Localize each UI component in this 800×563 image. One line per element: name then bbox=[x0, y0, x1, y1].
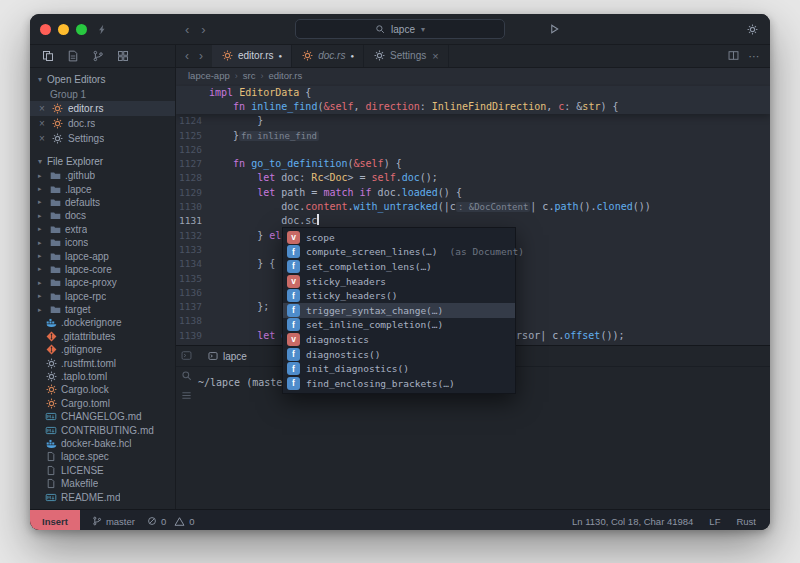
folder-item[interactable]: ▸lapce-rpc bbox=[30, 290, 175, 303]
terminal-icon[interactable] bbox=[181, 350, 192, 361]
completion-item[interactable]: fcompute_screen_lines(…)(as Document) bbox=[283, 245, 515, 260]
language-mode[interactable]: Rust bbox=[736, 516, 756, 527]
list-icon[interactable] bbox=[181, 390, 192, 401]
folder-item[interactable]: ▸defaults bbox=[30, 196, 175, 209]
chevron-right-icon: ▸ bbox=[38, 185, 45, 193]
minimize-window-button[interactable] bbox=[58, 24, 69, 35]
run-icon[interactable] bbox=[548, 23, 560, 35]
file-item[interactable]: .dockerignore bbox=[30, 316, 175, 329]
folder-item[interactable]: ▸lapce-core bbox=[30, 263, 175, 276]
code-line[interactable]: 1130 doc.content.with_untracked(|c: &Doc… bbox=[176, 200, 770, 214]
folder-item[interactable]: ▸lapce-app bbox=[30, 249, 175, 262]
code-line[interactable]: 1129 let path = match if doc.loaded() { bbox=[176, 186, 770, 200]
open-editors-header[interactable]: ▾ Open Editors bbox=[30, 71, 175, 87]
editor-mode-badge[interactable]: Insert bbox=[30, 510, 80, 530]
completion-item[interactable]: fset_completion_lens(…) bbox=[283, 259, 515, 274]
file-item[interactable]: .gitattributes bbox=[30, 330, 175, 343]
tab-back-icon[interactable]: ‹ bbox=[185, 49, 189, 63]
editor-tab[interactable]: doc.rs● bbox=[292, 45, 364, 67]
terminal-tab[interactable]: lapce bbox=[198, 346, 257, 366]
file-item[interactable]: .rustfmt.toml bbox=[30, 356, 175, 369]
file-item[interactable]: README.md bbox=[30, 490, 175, 503]
code-line[interactable]: 1125 }fn inline_find bbox=[176, 129, 770, 143]
problems-indicator[interactable]: 0 0 bbox=[147, 516, 195, 527]
command-palette[interactable]: lapce ▾ bbox=[295, 19, 505, 39]
folder-item[interactable]: ▸target bbox=[30, 303, 175, 316]
breadcrumb-item[interactable]: src bbox=[243, 70, 256, 81]
code-line[interactable]: 1128 let doc: Rc<Doc> = self.doc(); bbox=[176, 171, 770, 185]
git-icon bbox=[45, 331, 57, 342]
close-window-button[interactable] bbox=[40, 24, 51, 35]
completion-item[interactable]: fdiagnostics() bbox=[283, 347, 515, 362]
back-icon[interactable]: ‹ bbox=[185, 22, 189, 37]
line-number: 1128 bbox=[176, 171, 202, 185]
breadcrumb[interactable]: lapce-app › src › editor.rs bbox=[176, 68, 770, 84]
close-icon[interactable]: × bbox=[432, 50, 438, 62]
open-editor-item[interactable]: ×doc.rs bbox=[30, 116, 175, 131]
line-ending[interactable]: LF bbox=[709, 516, 720, 527]
code-line[interactable]: 1126 bbox=[176, 143, 770, 157]
chevron-right-icon: ▸ bbox=[38, 252, 45, 260]
file-item[interactable]: LICENSE bbox=[30, 464, 175, 477]
extensions-icon[interactable] bbox=[117, 50, 129, 62]
folder-item[interactable]: ▸lapce-proxy bbox=[30, 276, 175, 289]
sticky-header-line: impl EditorData { bbox=[176, 86, 770, 100]
folder-item[interactable]: ▸.lapce bbox=[30, 182, 175, 195]
file-item[interactable]: .taplo.toml bbox=[30, 370, 175, 383]
editor-tab[interactable]: editor.rs● bbox=[212, 45, 292, 67]
folder-item[interactable]: ▸.github bbox=[30, 169, 175, 182]
completion-item[interactable]: fsticky_headers() bbox=[283, 288, 515, 303]
folder-name: lapce-app bbox=[65, 251, 109, 262]
file-item[interactable]: CONTRIBUTING.md bbox=[30, 423, 175, 436]
completion-item[interactable]: finit_diagnostics() bbox=[283, 361, 515, 376]
zoom-window-button[interactable] bbox=[76, 24, 87, 35]
terminal-prompt: ~/lapce (master) bbox=[198, 377, 294, 388]
completion-item[interactable]: ftrigger_syntax_change(…) bbox=[283, 303, 515, 318]
file-explorer-header[interactable]: ▾ File Explorer bbox=[30, 153, 175, 169]
breadcrumb-item[interactable]: lapce-app bbox=[188, 70, 230, 81]
file-item[interactable]: .gitignore bbox=[30, 343, 175, 356]
rust-icon bbox=[51, 118, 63, 129]
file-item[interactable]: CHANGELOG.md bbox=[30, 410, 175, 423]
source-control-icon[interactable] bbox=[92, 50, 104, 62]
app-window: ‹ › lapce ▾ bbox=[30, 14, 770, 530]
more-actions-icon[interactable]: ⋯ bbox=[749, 50, 761, 62]
editor-tab[interactable]: Settings× bbox=[364, 45, 449, 67]
close-icon[interactable]: × bbox=[38, 118, 46, 129]
tab-forward-icon[interactable]: › bbox=[199, 49, 203, 63]
completion-item[interactable]: vsticky_headers bbox=[283, 274, 515, 289]
completion-item[interactable]: vdiagnostics bbox=[283, 332, 515, 347]
code-line[interactable]: 1127 fn go_to_definition(&self) { bbox=[176, 157, 770, 171]
completion-item[interactable]: vscope bbox=[283, 230, 515, 245]
open-editor-label: doc.rs bbox=[68, 118, 95, 129]
search-icon[interactable] bbox=[181, 370, 192, 381]
explorer-icon[interactable] bbox=[42, 50, 54, 62]
open-editor-item[interactable]: ×editor.rs bbox=[30, 101, 175, 116]
branch-indicator[interactable]: master bbox=[92, 516, 135, 527]
folder-item[interactable]: ▸docs bbox=[30, 209, 175, 222]
close-icon[interactable]: × bbox=[38, 133, 46, 144]
cursor-position[interactable]: Ln 1130, Col 18, Char 41984 bbox=[572, 516, 693, 527]
file-item[interactable]: docker-bake.hcl bbox=[30, 437, 175, 450]
file-item[interactable]: lapce.spec bbox=[30, 450, 175, 463]
folder-name: target bbox=[65, 304, 91, 315]
forward-icon[interactable]: › bbox=[201, 22, 205, 37]
open-editor-label: editor.rs bbox=[68, 103, 104, 114]
file-item[interactable]: Makefile bbox=[30, 477, 175, 490]
completion-item[interactable]: ffind_enclosing_brackets(…) bbox=[283, 376, 515, 391]
completion-item[interactable]: fset_inline_completion(…) bbox=[283, 318, 515, 333]
settings-gear-icon[interactable] bbox=[747, 24, 758, 35]
search-panel-icon[interactable] bbox=[67, 50, 79, 62]
open-editor-item[interactable]: ×Settings bbox=[30, 131, 175, 146]
file-name: README.md bbox=[61, 492, 120, 503]
sidebar: ▾ Open Editors Group 1 ×editor.rs×doc.rs… bbox=[30, 45, 176, 509]
file-item[interactable]: Cargo.lock bbox=[30, 383, 175, 396]
folder-item[interactable]: ▸extra bbox=[30, 223, 175, 236]
split-editor-icon[interactable] bbox=[728, 50, 739, 61]
file-icon bbox=[45, 478, 57, 489]
close-icon[interactable]: × bbox=[38, 103, 46, 114]
code-line[interactable]: 1124 } bbox=[176, 114, 770, 128]
folder-item[interactable]: ▸icons bbox=[30, 236, 175, 249]
file-item[interactable]: Cargo.toml bbox=[30, 397, 175, 410]
breadcrumb-item[interactable]: editor.rs bbox=[268, 70, 302, 81]
